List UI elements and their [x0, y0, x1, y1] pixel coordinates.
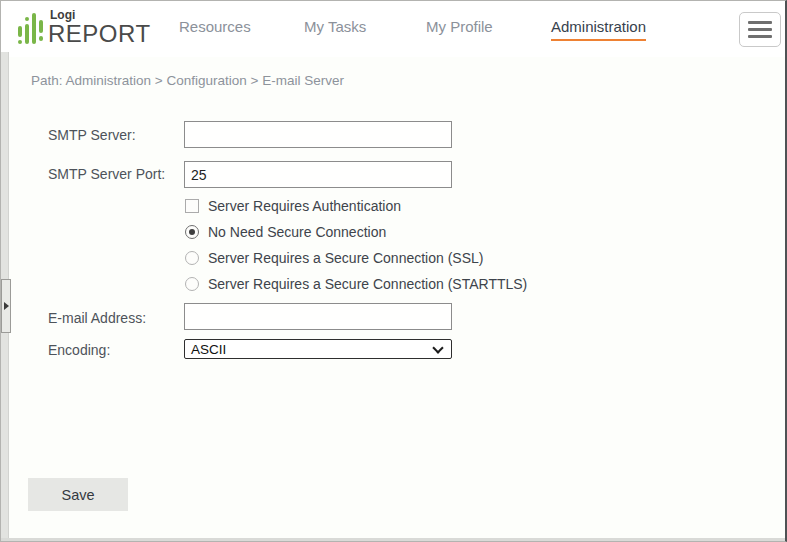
no-secure-connection-option[interactable]: No Need Secure Connection — [185, 224, 386, 240]
encoding-label: Encoding: — [48, 342, 110, 358]
secure-connection-ssl-label: Server Requires a Secure Connection (SSL… — [208, 250, 483, 266]
secure-connection-starttls-label: Server Requires a Secure Connection (STA… — [208, 276, 527, 292]
save-button[interactable]: Save — [28, 478, 128, 511]
authentication-checkbox-label: Server Requires Authentication — [208, 198, 401, 214]
secure-connection-starttls-radio[interactable] — [185, 277, 199, 291]
logo[interactable]: Logi REPORT — [18, 9, 151, 46]
authentication-checkbox[interactable] — [185, 199, 199, 213]
nav-resources[interactable]: Resources — [179, 18, 251, 39]
nav-my-profile[interactable]: My Profile — [426, 18, 493, 39]
logo-text: Logi REPORT — [48, 9, 151, 46]
bottom-scrollbar-track — [1, 538, 785, 541]
no-secure-connection-radio[interactable] — [185, 225, 199, 239]
server-requires-authentication-option[interactable]: Server Requires Authentication — [185, 198, 401, 214]
header: Logi REPORT Resources My Tasks My Profil… — [1, 1, 785, 57]
app-window: Logi REPORT Resources My Tasks My Profil… — [0, 0, 787, 542]
hamburger-menu-button[interactable] — [739, 12, 781, 47]
panel-expander-handle[interactable] — [1, 279, 11, 333]
hamburger-icon — [748, 21, 772, 24]
secure-connection-ssl-option[interactable]: Server Requires a Secure Connection (SSL… — [185, 250, 483, 266]
logo-bars-icon — [18, 11, 44, 46]
email-address-label: E-mail Address: — [48, 310, 146, 326]
logo-bottom-text: REPORT — [48, 22, 151, 46]
expand-arrow-icon — [4, 302, 9, 310]
breadcrumb: Path: Administration > Configuration > E… — [31, 73, 344, 88]
secure-connection-starttls-option[interactable]: Server Requires a Secure Connection (STA… — [185, 276, 527, 292]
smtp-server-input[interactable] — [184, 121, 452, 148]
secure-connection-ssl-radio[interactable] — [185, 251, 199, 265]
no-secure-connection-label: No Need Secure Connection — [208, 224, 386, 240]
encoding-selected-value: ASCII — [191, 342, 226, 357]
nav-administration[interactable]: Administration — [551, 18, 646, 41]
smtp-server-port-label: SMTP Server Port: — [48, 166, 165, 182]
email-address-input[interactable] — [184, 303, 452, 330]
smtp-server-label: SMTP Server: — [48, 127, 136, 143]
encoding-select[interactable]: ASCII — [184, 339, 452, 359]
nav-my-tasks[interactable]: My Tasks — [304, 18, 366, 39]
smtp-server-port-input[interactable] — [184, 161, 452, 188]
chevron-down-icon — [432, 342, 443, 353]
